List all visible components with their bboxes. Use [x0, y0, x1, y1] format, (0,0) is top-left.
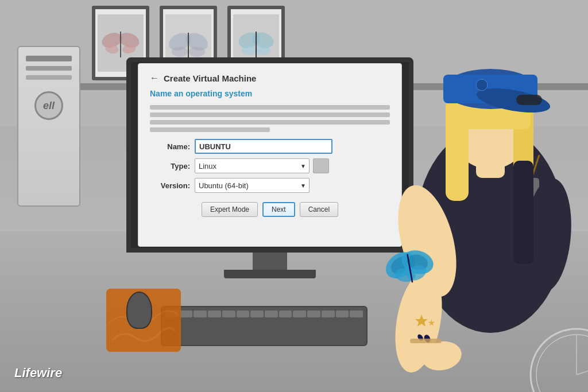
key: [222, 311, 235, 317]
tower-slot2: [26, 75, 72, 80]
dialog-title: Create Virtual Machine: [164, 73, 256, 83]
placeholder-line-4: [150, 127, 270, 132]
key: [279, 311, 292, 317]
svg-point-9: [172, 46, 188, 57]
name-input[interactable]: [195, 139, 332, 154]
mouse: [126, 292, 152, 329]
tower-slot1: [26, 66, 72, 71]
svg-line-56: [577, 363, 588, 375]
key: [237, 311, 250, 317]
expert-mode-button[interactable]: Expert Mode: [202, 202, 258, 217]
svg-point-16: [256, 45, 270, 55]
svg-point-15: [242, 45, 257, 55]
key: [194, 311, 207, 317]
scene: ell ← Create Virtual Machine Name an ope…: [0, 0, 588, 392]
monitor-base: [224, 270, 316, 278]
version-select-wrapper: Ubuntu (64-bit) ▼: [195, 178, 310, 193]
version-select[interactable]: Ubuntu (64-bit): [195, 178, 310, 193]
svg-rect-51: [410, 339, 442, 343]
svg-rect-52: [513, 161, 533, 264]
version-label: Version:: [150, 181, 190, 190]
type-select-wrapper: Linux ▼: [195, 158, 310, 173]
key: [265, 311, 278, 317]
type-label: Type:: [150, 162, 190, 170]
tower-top: [26, 56, 72, 61]
svg-point-10: [189, 46, 205, 57]
key: [208, 311, 221, 317]
name-label: Name:: [150, 142, 190, 151]
type-select[interactable]: Linux: [195, 158, 310, 173]
monitor-stand: [253, 253, 287, 270]
tower-logo: ell: [34, 91, 63, 120]
computer-tower: ell: [17, 46, 80, 207]
lifewire-logo: Lifewire: [14, 366, 62, 381]
key: [250, 311, 264, 317]
svg-point-29: [476, 79, 488, 91]
next-button[interactable]: Next: [262, 202, 295, 217]
svg-rect-30: [516, 95, 542, 105]
key: [293, 311, 306, 317]
key: [180, 311, 193, 317]
clock-decoration: [519, 300, 588, 392]
back-arrow-icon[interactable]: ←: [150, 73, 159, 83]
